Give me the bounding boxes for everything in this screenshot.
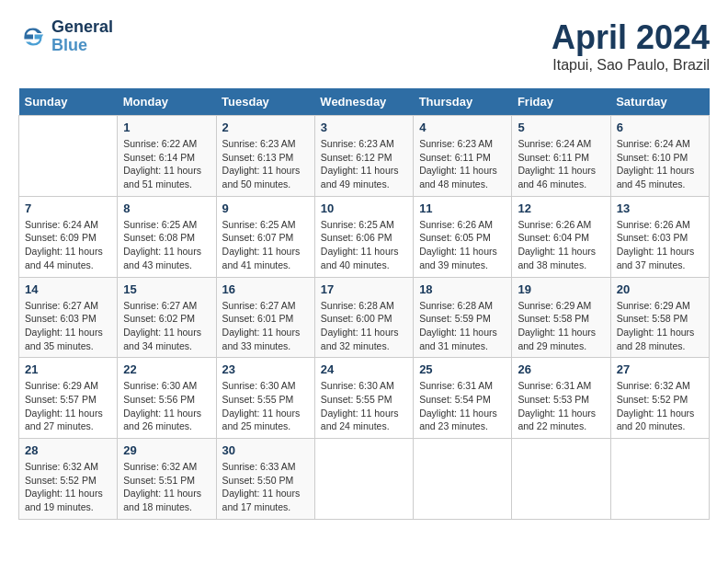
week-row-4: 21Sunrise: 6:29 AMSunset: 5:57 PMDayligh… — [19, 358, 710, 439]
calendar-cell: 30Sunrise: 6:33 AMSunset: 5:50 PMDayligh… — [216, 439, 314, 520]
calendar-cell: 27Sunrise: 6:32 AMSunset: 5:52 PMDayligh… — [610, 358, 709, 439]
calendar-cell: 7Sunrise: 6:24 AMSunset: 6:09 PMDaylight… — [19, 196, 118, 277]
day-number: 6 — [617, 121, 703, 134]
day-number: 20 — [617, 282, 703, 296]
calendar-cell: 26Sunrise: 6:31 AMSunset: 5:53 PMDayligh… — [512, 358, 610, 439]
day-number: 17 — [321, 282, 407, 296]
day-info: Sunrise: 6:28 AMSunset: 6:00 PMDaylight:… — [321, 299, 407, 353]
calendar-cell: 22Sunrise: 6:30 AMSunset: 5:56 PMDayligh… — [118, 358, 216, 439]
calendar-cell: 12Sunrise: 6:26 AMSunset: 6:04 PMDayligh… — [512, 196, 610, 277]
day-info: Sunrise: 6:23 AMSunset: 6:13 PMDaylight:… — [222, 137, 309, 191]
calendar-cell: 11Sunrise: 6:26 AMSunset: 6:05 PMDayligh… — [414, 196, 512, 277]
day-number: 7 — [25, 201, 111, 215]
calendar-cell: 14Sunrise: 6:27 AMSunset: 6:03 PMDayligh… — [19, 277, 118, 358]
calendar-cell: 4Sunrise: 6:23 AMSunset: 6:11 PMDaylight… — [414, 116, 512, 197]
calendar-cell: 2Sunrise: 6:23 AMSunset: 6:13 PMDaylight… — [216, 116, 314, 197]
day-number: 24 — [321, 362, 407, 376]
day-number: 10 — [321, 201, 407, 215]
day-info: Sunrise: 6:31 AMSunset: 5:53 PMDaylight:… — [518, 379, 604, 433]
day-info: Sunrise: 6:32 AMSunset: 5:52 PMDaylight:… — [25, 460, 111, 514]
day-number: 16 — [222, 282, 309, 296]
header-day-thursday: Thursday — [414, 88, 512, 116]
main-title: April 2024 — [552, 18, 710, 57]
calendar-cell — [19, 116, 118, 197]
calendar-cell: 29Sunrise: 6:32 AMSunset: 5:51 PMDayligh… — [118, 439, 216, 520]
day-info: Sunrise: 6:23 AMSunset: 6:12 PMDaylight:… — [321, 137, 407, 191]
calendar-cell — [314, 439, 413, 520]
day-number: 28 — [25, 443, 111, 457]
calendar-cell: 13Sunrise: 6:26 AMSunset: 6:03 PMDayligh… — [610, 196, 709, 277]
day-number: 3 — [321, 121, 407, 134]
week-row-5: 28Sunrise: 6:32 AMSunset: 5:52 PMDayligh… — [19, 439, 710, 520]
calendar-cell: 28Sunrise: 6:32 AMSunset: 5:52 PMDayligh… — [19, 439, 118, 520]
calendar-cell: 15Sunrise: 6:27 AMSunset: 6:02 PMDayligh… — [118, 277, 216, 358]
day-info: Sunrise: 6:27 AMSunset: 6:03 PMDaylight:… — [25, 299, 111, 353]
calendar-cell: 20Sunrise: 6:29 AMSunset: 5:58 PMDayligh… — [610, 277, 709, 358]
day-info: Sunrise: 6:30 AMSunset: 5:55 PMDaylight:… — [321, 379, 407, 433]
day-info: Sunrise: 6:29 AMSunset: 5:57 PMDaylight:… — [25, 379, 111, 433]
calendar-cell: 9Sunrise: 6:25 AMSunset: 6:07 PMDaylight… — [216, 196, 314, 277]
logo-line1: General — [51, 18, 113, 37]
calendar-cell: 24Sunrise: 6:30 AMSunset: 5:55 PMDayligh… — [314, 358, 413, 439]
header: General Blue April 2024 Itapui, Sao Paul… — [18, 18, 710, 74]
calendar-cell: 1Sunrise: 6:22 AMSunset: 6:14 PMDaylight… — [118, 116, 216, 197]
day-number: 11 — [419, 201, 506, 215]
day-info: Sunrise: 6:24 AMSunset: 6:09 PMDaylight:… — [25, 218, 111, 272]
day-number: 22 — [123, 362, 210, 376]
calendar-cell: 8Sunrise: 6:25 AMSunset: 6:08 PMDaylight… — [118, 196, 216, 277]
day-number: 21 — [25, 362, 111, 376]
calendar-cell: 23Sunrise: 6:30 AMSunset: 5:55 PMDayligh… — [216, 358, 314, 439]
calendar-cell: 19Sunrise: 6:29 AMSunset: 5:58 PMDayligh… — [512, 277, 610, 358]
header-row: SundayMondayTuesdayWednesdayThursdayFrid… — [19, 88, 710, 116]
day-info: Sunrise: 6:25 AMSunset: 6:08 PMDaylight:… — [123, 218, 210, 272]
day-info: Sunrise: 6:26 AMSunset: 6:04 PMDaylight:… — [518, 218, 604, 272]
day-info: Sunrise: 6:26 AMSunset: 6:03 PMDaylight:… — [617, 218, 703, 272]
day-number: 4 — [419, 121, 506, 134]
calendar-table: SundayMondayTuesdayWednesdayThursdayFrid… — [18, 88, 710, 520]
day-info: Sunrise: 6:27 AMSunset: 6:02 PMDaylight:… — [123, 299, 210, 353]
calendar-cell: 18Sunrise: 6:28 AMSunset: 5:59 PMDayligh… — [414, 277, 512, 358]
header-day-saturday: Saturday — [610, 88, 709, 116]
logo-icon — [18, 22, 48, 52]
day-number: 25 — [419, 362, 506, 376]
calendar-cell: 21Sunrise: 6:29 AMSunset: 5:57 PMDayligh… — [19, 358, 118, 439]
day-info: Sunrise: 6:32 AMSunset: 5:51 PMDaylight:… — [123, 460, 210, 514]
day-info: Sunrise: 6:25 AMSunset: 6:06 PMDaylight:… — [321, 218, 407, 272]
day-number: 14 — [25, 282, 111, 296]
calendar-cell — [512, 439, 610, 520]
calendar-cell: 17Sunrise: 6:28 AMSunset: 6:00 PMDayligh… — [314, 277, 413, 358]
week-row-2: 7Sunrise: 6:24 AMSunset: 6:09 PMDaylight… — [19, 196, 710, 277]
day-number: 13 — [617, 201, 703, 215]
day-number: 15 — [123, 282, 210, 296]
day-number: 5 — [518, 121, 604, 134]
day-number: 27 — [617, 362, 703, 376]
subtitle: Itapui, Sao Paulo, Brazil — [552, 57, 710, 74]
day-info: Sunrise: 6:24 AMSunset: 6:11 PMDaylight:… — [518, 137, 604, 191]
day-info: Sunrise: 6:33 AMSunset: 5:50 PMDaylight:… — [222, 460, 309, 514]
header-day-friday: Friday — [512, 88, 610, 116]
week-row-1: 1Sunrise: 6:22 AMSunset: 6:14 PMDaylight… — [19, 116, 710, 197]
day-number: 23 — [222, 362, 309, 376]
day-info: Sunrise: 6:23 AMSunset: 6:11 PMDaylight:… — [419, 137, 506, 191]
day-number: 1 — [123, 121, 210, 134]
header-day-monday: Monday — [118, 88, 216, 116]
calendar-cell: 16Sunrise: 6:27 AMSunset: 6:01 PMDayligh… — [216, 277, 314, 358]
day-info: Sunrise: 6:30 AMSunset: 5:55 PMDaylight:… — [222, 379, 309, 433]
day-number: 30 — [222, 443, 309, 457]
day-number: 29 — [123, 443, 210, 457]
day-info: Sunrise: 6:26 AMSunset: 6:05 PMDaylight:… — [419, 218, 506, 272]
day-info: Sunrise: 6:25 AMSunset: 6:07 PMDaylight:… — [222, 218, 309, 272]
header-day-tuesday: Tuesday — [216, 88, 314, 116]
header-day-wednesday: Wednesday — [314, 88, 413, 116]
day-info: Sunrise: 6:29 AMSunset: 5:58 PMDaylight:… — [518, 299, 604, 353]
day-number: 18 — [419, 282, 506, 296]
day-info: Sunrise: 6:32 AMSunset: 5:52 PMDaylight:… — [617, 379, 703, 433]
logo-line2: Blue — [51, 37, 113, 55]
day-number: 12 — [518, 201, 604, 215]
logo-text: General Blue — [51, 18, 113, 55]
day-info: Sunrise: 6:28 AMSunset: 5:59 PMDaylight:… — [419, 299, 506, 353]
calendar-cell: 3Sunrise: 6:23 AMSunset: 6:12 PMDaylight… — [314, 116, 413, 197]
day-info: Sunrise: 6:24 AMSunset: 6:10 PMDaylight:… — [617, 137, 703, 191]
day-number: 19 — [518, 282, 604, 296]
day-info: Sunrise: 6:30 AMSunset: 5:56 PMDaylight:… — [123, 379, 210, 433]
